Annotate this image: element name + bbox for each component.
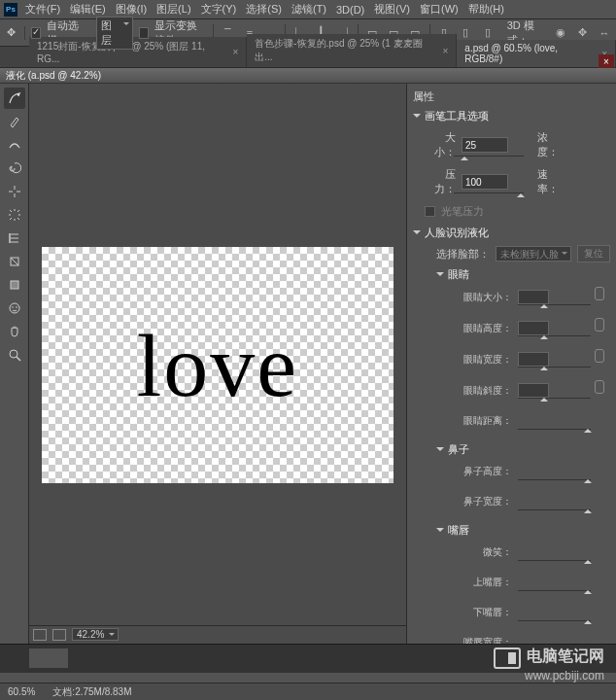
pressure-slider[interactable] <box>454 190 524 197</box>
twirl-tool[interactable] <box>4 158 25 179</box>
brush-options-section[interactable]: 画笔工具选项 <box>413 106 610 126</box>
eye-height-slider[interactable] <box>518 333 591 339</box>
close-icon[interactable]: × <box>442 46 448 56</box>
pen-pressure-checkbox[interactable] <box>425 206 435 217</box>
bloat-tool[interactable] <box>4 204 25 226</box>
transform-checkbox[interactable] <box>139 27 149 39</box>
workspace: love 属性 画笔工具选项 大小： 浓度： 压力： 速率： 光笔压力 人脸识别… <box>0 84 616 649</box>
move-tool-icon[interactable]: ✥ <box>4 24 18 42</box>
freeze-mask-tool[interactable] <box>4 251 25 272</box>
doc-tab-3[interactable]: a.psd @ 60.5% (love, RGB/8#)× <box>457 40 616 67</box>
status-bar: 60.5% 文档:2.75M/8.83M <box>0 682 616 700</box>
doc-icon[interactable] <box>33 629 47 641</box>
window-close-button[interactable]: × <box>599 54 614 68</box>
svg-point-4 <box>16 306 17 308</box>
link-icon[interactable] <box>595 380 604 394</box>
menu-layer[interactable]: 图层(L) <box>156 2 190 17</box>
pressure-label: 压力： <box>425 167 456 196</box>
canvas-footer: 42.2% <box>29 625 406 643</box>
properties-panel: 属性 画笔工具选项 大小： 浓度： 压力： 速率： 光笔压力 人脸识别液化 选择… <box>406 84 616 649</box>
upper-lip-label: 上嘴唇： <box>460 576 512 589</box>
svg-rect-1 <box>11 281 18 289</box>
document-tabs: 1215封面-恢复的.psd @ 25% (图层 11, RG...× 首色步骤… <box>0 47 616 68</box>
menu-view[interactable]: 视图(V) <box>374 2 410 17</box>
eye-size-slider[interactable] <box>518 302 591 308</box>
zoom-tool[interactable] <box>4 344 25 366</box>
canvas-area[interactable]: love <box>29 84 406 649</box>
pucker-tool[interactable] <box>4 181 25 202</box>
link-icon[interactable] <box>595 287 604 300</box>
canvas: love <box>42 247 394 483</box>
eyes-section[interactable]: 眼睛 <box>413 264 610 285</box>
smooth-tool[interactable] <box>4 134 25 156</box>
reset-button[interactable]: 复位 <box>577 245 610 262</box>
nose-height-slider[interactable] <box>518 477 591 483</box>
watermark: 电脑笔记网 www.pcbiji.com <box>494 647 604 682</box>
size-input[interactable] <box>462 137 508 153</box>
eye-dist-label: 眼睛距离： <box>460 414 512 428</box>
app-icon: Ps <box>4 3 17 17</box>
canvas-text: love <box>137 314 298 417</box>
menu-edit[interactable]: 编辑(E) <box>70 2 106 17</box>
rate-label: 速率： <box>537 167 566 196</box>
doc-tab-1[interactable]: 1215封面-恢复的.psd @ 25% (图层 11, RG...× <box>29 37 247 67</box>
close-icon[interactable]: × <box>232 47 238 57</box>
pressure-input[interactable] <box>462 174 508 190</box>
nose-width-slider[interactable] <box>518 508 591 513</box>
menu-window[interactable]: 窗口(W) <box>420 2 459 17</box>
eye-tilt-slider[interactable] <box>518 396 591 402</box>
menu-3d[interactable]: 3D(D) <box>336 4 364 16</box>
menu-help[interactable]: 帮助(H) <box>468 2 504 17</box>
auto-select-checkbox[interactable] <box>31 27 41 39</box>
timeline-clip[interactable] <box>29 648 68 668</box>
eye-tilt-label: 眼睛斜度： <box>460 384 512 398</box>
face-tool[interactable] <box>4 298 25 319</box>
lower-lip-label: 下嘴唇： <box>460 606 512 619</box>
menu-type[interactable]: 文字(Y) <box>201 2 237 17</box>
status-doc: 文档:2.75M/8.83M <box>52 685 131 699</box>
eye-width-label: 眼睛宽度： <box>460 353 512 367</box>
pen-pressure-label: 光笔压力 <box>441 204 484 219</box>
menu-select[interactable]: 选择(S) <box>246 2 282 17</box>
reconstruct-tool[interactable] <box>4 111 25 132</box>
lower-lip-slider[interactable] <box>518 618 591 624</box>
smile-label: 微笑： <box>460 545 512 559</box>
thaw-mask-tool[interactable] <box>4 274 25 296</box>
smile-slider[interactable] <box>518 558 591 564</box>
face-select[interactable]: 未检测到人脸 <box>496 246 571 262</box>
eye-width-slider[interactable] <box>518 365 591 370</box>
menu-file[interactable]: 文件(F) <box>25 2 60 17</box>
status-zoom[interactable]: 60.5% <box>8 686 35 697</box>
nose-section[interactable]: 鼻子 <box>413 439 610 460</box>
watermark-icon <box>494 648 521 669</box>
eye-size-label: 眼睛大小： <box>460 291 512 304</box>
auto-select-target[interactable]: 图层 <box>96 17 133 50</box>
eye-height-label: 眼睛高度： <box>460 322 512 335</box>
menu-bar: Ps 文件(F) 编辑(E) 图像(I) 图层(L) 文字(Y) 选择(S) 滤… <box>0 0 616 19</box>
hand-tool[interactable] <box>4 321 25 342</box>
forward-warp-tool[interactable] <box>4 88 25 109</box>
size-slider[interactable] <box>454 153 524 160</box>
svg-point-3 <box>12 306 14 308</box>
size-label: 大小： <box>425 130 456 159</box>
svg-point-5 <box>10 350 17 358</box>
density-label: 浓度： <box>537 130 566 159</box>
doc-tab-2[interactable]: 首色步骤-恢复的.psd @ 25% (1 麦麦圈出...× <box>247 34 457 67</box>
nose-height-label: 鼻子高度： <box>460 465 512 478</box>
doc-icon[interactable] <box>52 629 66 641</box>
upper-lip-slider[interactable] <box>518 588 591 594</box>
nose-width-label: 鼻子宽度： <box>460 495 512 508</box>
menu-filter[interactable]: 滤镜(T) <box>291 2 326 17</box>
zoom-select[interactable]: 42.2% <box>72 628 119 641</box>
dialog-titlebar: 液化 (a.psd @ 42.2%) <box>0 68 616 84</box>
select-face-label: 选择脸部： <box>436 247 490 262</box>
link-icon[interactable] <box>595 349 604 363</box>
liquify-toolbar <box>0 84 29 649</box>
push-left-tool[interactable] <box>4 228 25 249</box>
face-liquify-section[interactable]: 人脸识别液化 <box>413 223 610 243</box>
link-icon[interactable] <box>595 318 604 332</box>
mouth-section[interactable]: 嘴唇 <box>413 520 610 541</box>
eye-dist-slider[interactable] <box>518 427 591 433</box>
panel-header: 属性 <box>413 88 610 106</box>
menu-image[interactable]: 图像(I) <box>116 2 147 17</box>
